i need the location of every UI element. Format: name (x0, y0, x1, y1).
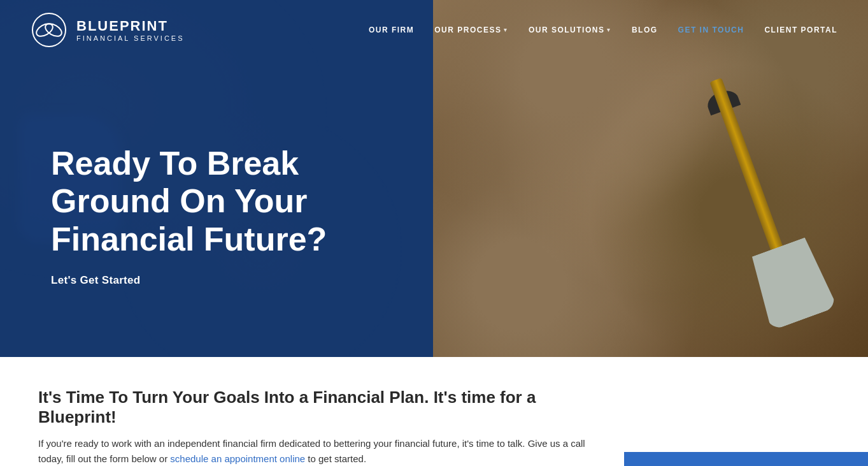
below-hero-section: It's Time To Turn Your Goals Into a Fina… (0, 357, 868, 466)
hero-subtext: Let's Get Started (51, 274, 408, 287)
nav-client-portal[interactable]: CLIENT PORTAL (764, 25, 837, 34)
logo-icon (31, 11, 68, 48)
hero-section: Blueprint Financial Services OUR FIRM OU… (0, 0, 868, 357)
chevron-down-icon: ▾ (607, 27, 611, 33)
site-header: Blueprint Financial Services OUR FIRM OU… (0, 0, 868, 60)
logo-subtitle: Financial Services (76, 34, 185, 42)
logo-area[interactable]: Blueprint Financial Services (31, 11, 185, 48)
cta-button[interactable]: SCHEDULE YOUR FREE CONSULTATION (624, 452, 868, 466)
body-text-end: to get started. (305, 453, 366, 464)
shovel-handle (709, 78, 786, 262)
shovel-illustration (665, 68, 867, 339)
nav-our-firm[interactable]: OUR FIRM (369, 25, 414, 34)
nav-our-solutions[interactable]: OUR SOLUTIONS ▾ (529, 25, 611, 34)
nav-get-in-touch[interactable]: GET IN TOUCH (678, 25, 744, 34)
nav-our-process[interactable]: OUR PROCESS ▾ (434, 25, 508, 34)
main-nav: OUR FIRM OUR PROCESS ▾ OUR SOLUTIONS ▾ B… (369, 25, 837, 34)
nav-blog[interactable]: BLOG (632, 25, 658, 34)
below-hero-heading: It's Time To Turn Your Goals Into a Fina… (38, 388, 611, 427)
chevron-down-icon: ▾ (504, 27, 508, 33)
logo-title: Blueprint (76, 18, 185, 34)
hero-content: Ready To Break Ground On Your Financial … (51, 145, 408, 287)
hero-heading: Ready To Break Ground On Your Financial … (51, 145, 408, 259)
shovel-head (746, 235, 837, 331)
logo-text: Blueprint Financial Services (76, 18, 185, 42)
appointment-link[interactable]: schedule an appointment online (170, 453, 305, 464)
below-hero-body: If you're ready to work with an independ… (38, 436, 611, 466)
